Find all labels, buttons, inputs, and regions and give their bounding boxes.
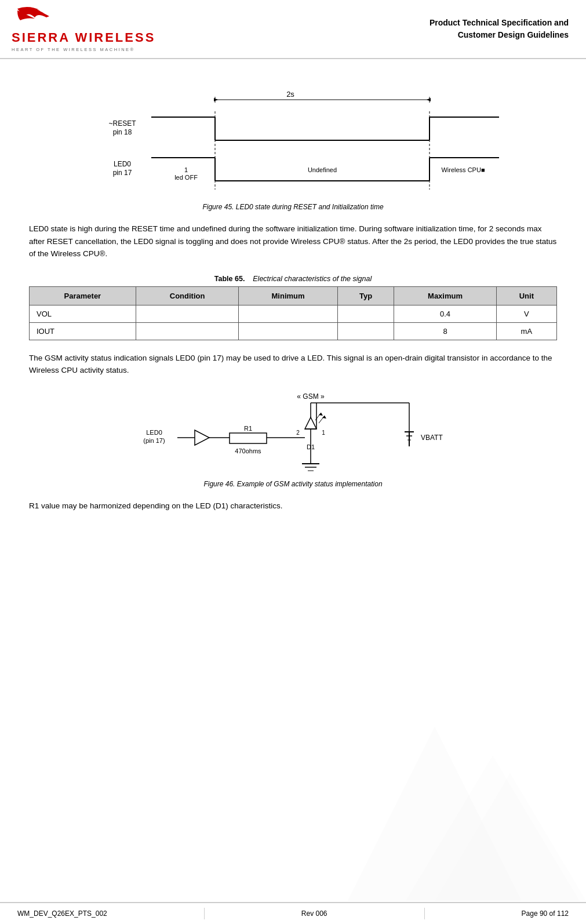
electrical-table: Parameter Condition Minimum Typ Maximum …	[29, 286, 557, 340]
svg-text:(pin 17): (pin 17)	[143, 437, 165, 444]
svg-marker-37	[305, 417, 316, 429]
footer-divider-right	[424, 908, 425, 919]
table-body: VOL0.4VIOUT8mA	[30, 305, 557, 340]
footer-rev: Rev 006	[301, 910, 327, 918]
svg-text:led OFF: led OFF	[174, 174, 198, 181]
table-cell: 0.4	[394, 305, 496, 322]
background-decoration	[0, 727, 586, 901]
svg-text:LED0: LED0	[146, 429, 162, 436]
svg-rect-33	[230, 433, 267, 443]
col-unit: Unit	[496, 286, 556, 305]
svg-text:LED0: LED0	[113, 160, 130, 168]
table-cell: V	[496, 305, 556, 322]
table-row: IOUT8mA	[30, 322, 557, 340]
document-title: Product Technical Specification and Cust…	[430, 17, 569, 41]
footer-page: Page 90 of 112	[522, 910, 569, 918]
footer-doc-id: WM_DEV_Q26EX_PTS_002	[17, 910, 107, 918]
table-row: VOL0.4V	[30, 305, 557, 322]
table-cell	[239, 322, 337, 340]
table-cell	[136, 305, 239, 322]
svg-text:pin 18: pin 18	[112, 128, 132, 136]
svg-text:pin 17: pin 17	[112, 169, 132, 177]
table-cell	[136, 322, 239, 340]
paragraph-2: The GSM activity status indication signa…	[29, 352, 557, 377]
table-cell: VOL	[30, 305, 136, 322]
col-parameter: Parameter	[30, 286, 136, 305]
svg-text:R1: R1	[243, 425, 252, 432]
col-minimum: Minimum	[239, 286, 337, 305]
figure-45-caption: Figure 45. LED0 state during RESET and I…	[202, 203, 383, 211]
svg-marker-64	[435, 773, 586, 901]
svg-text:« GSM »: « GSM »	[297, 392, 325, 401]
svg-marker-63	[406, 756, 580, 901]
logo-bird-icon	[12, 6, 116, 29]
paragraph-1: LED0 state is high during the RESET time…	[29, 223, 557, 260]
timing-diagram: 2s ~RESET pin 18 LED0 pin 17	[76, 82, 511, 198]
svg-marker-62	[348, 727, 522, 901]
svg-text:Wireless CPU■: Wireless CPU■	[441, 166, 485, 173]
table-65-section: Table 65. Electrical characteristics of …	[29, 275, 557, 340]
page-header: SIERRA WIRELESS HEART OF THE WIRELESS MA…	[0, 0, 586, 59]
footer-divider-left	[204, 908, 205, 919]
table-cell: 8	[394, 322, 496, 340]
table-cell	[239, 305, 337, 322]
svg-text:1: 1	[184, 166, 187, 173]
col-typ: Typ	[337, 286, 394, 305]
table-cell	[337, 305, 394, 322]
svg-text:VBATT: VBATT	[421, 434, 443, 442]
page-footer: WM_DEV_Q26EX_PTS_002 Rev 006 Page 90 of …	[0, 902, 586, 924]
svg-text:470ohms: 470ohms	[235, 448, 261, 454]
svg-text:2: 2	[296, 430, 300, 436]
svg-marker-4	[214, 98, 218, 101]
col-maximum: Maximum	[394, 286, 496, 305]
main-content: 2s ~RESET pin 18 LED0 pin 17	[0, 59, 586, 536]
svg-marker-5	[427, 98, 431, 101]
figure-46-caption: Figure 46. Example of GSM activity statu…	[203, 480, 382, 488]
logo-sub-text: HEART OF THE WIRELESS MACHINE®	[12, 47, 135, 52]
figure-46-container: « GSM » LED0 (pin 17) R1 470ohms	[29, 388, 557, 488]
svg-text:~RESET: ~RESET	[108, 119, 136, 128]
svg-text:1: 1	[322, 430, 325, 436]
table-cell	[337, 322, 394, 340]
circuit-diagram: « GSM » LED0 (pin 17) R1 470ohms	[119, 388, 467, 475]
logo-text: SIERRA WIRELESS	[12, 30, 155, 45]
table-cell: IOUT	[30, 322, 136, 340]
table-header-row: Parameter Condition Minimum Typ Maximum …	[30, 286, 557, 305]
svg-text:Undefined: Undefined	[307, 166, 336, 173]
figure-45-container: 2s ~RESET pin 18 LED0 pin 17	[29, 82, 557, 211]
logo-area: SIERRA WIRELESS HEART OF THE WIRELESS MA…	[12, 6, 155, 52]
svg-marker-30	[195, 430, 209, 445]
col-condition: Condition	[136, 286, 239, 305]
paragraph-3: R1 value may be harmonized depending on …	[29, 500, 557, 512]
table-cell: mA	[496, 322, 556, 340]
table-caption: Table 65. Electrical characteristics of …	[29, 275, 557, 283]
svg-text:2s: 2s	[286, 90, 294, 99]
